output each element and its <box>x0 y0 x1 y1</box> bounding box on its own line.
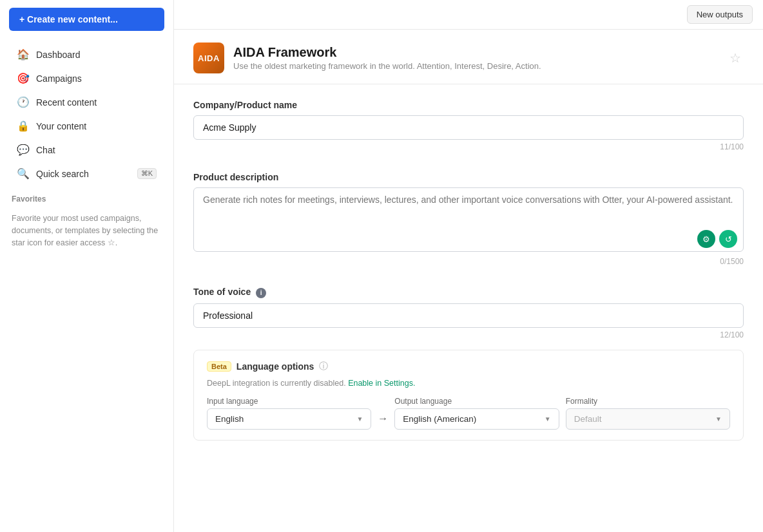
formality-label: Formality <box>566 397 730 406</box>
tone-input[interactable] <box>193 303 744 328</box>
output-language-col: Output language English (American) ▼ <box>394 397 559 430</box>
input-language-label: Input language <box>207 397 371 406</box>
deepl-settings-link[interactable]: Enable in Settings. <box>348 379 415 388</box>
sidebar-item-campaigns[interactable]: 🎯 Campaigns <box>5 67 168 90</box>
form-area: AIDA AIDA Framework Use the oldest marke… <box>174 30 763 532</box>
quick-search-shortcut: ⌘K <box>137 168 157 179</box>
sidebar: + Create new content... 🏠 Dashboard 🎯 Ca… <box>0 0 174 532</box>
main-area: New outputs AIDA AIDA Framework Use the … <box>174 0 763 532</box>
sidebar-item-label: Campaigns <box>36 73 82 84</box>
sidebar-item-label: Your content <box>36 121 86 131</box>
language-options-header: Beta Language options ⓘ <box>207 361 730 372</box>
company-char-count: 11/100 <box>193 142 744 151</box>
product-description-input[interactable] <box>193 187 744 252</box>
your-content-icon: 🔒 <box>17 120 30 132</box>
sidebar-item-label: Recent content <box>36 97 97 108</box>
textarea-ai-icons: ⚙ ↺ <box>697 230 737 248</box>
page-description: Use the oldest marketing framework in th… <box>233 61 541 71</box>
campaigns-icon: 🎯 <box>17 72 30 84</box>
sidebar-item-your-content[interactable]: 🔒 Your content <box>5 115 168 137</box>
language-info-icon[interactable]: ⓘ <box>319 361 328 372</box>
search-icon: 🔍 <box>17 167 30 180</box>
language-options-box: Beta Language options ⓘ DeepL integratio… <box>193 350 744 441</box>
page-title: AIDA Framework <box>233 45 541 60</box>
company-name-input[interactable] <box>193 115 744 140</box>
tone-char-count: 12/100 <box>193 330 744 339</box>
formality-col: Formality Default ▼ <box>566 397 730 430</box>
product-char-count: 0/1500 <box>193 257 744 266</box>
formality-chevron: ▼ <box>715 415 722 423</box>
new-outputs-button[interactable]: New outputs <box>687 5 753 24</box>
language-row: Input language English ▼ → Output langua… <box>207 397 730 430</box>
chat-icon: 💬 <box>17 144 30 156</box>
input-language-chevron: ▼ <box>356 415 363 423</box>
beta-badge: Beta <box>207 361 231 372</box>
product-description-label: Product description <box>193 172 744 182</box>
tone-field-section: Tone of voice i 12/100 <box>174 276 763 350</box>
output-language-label: Output language <box>394 397 559 406</box>
language-options-title: Language options <box>237 361 314 372</box>
sidebar-item-chat[interactable]: 💬 Chat <box>5 138 168 161</box>
favorite-star-button[interactable]: ☆ <box>727 48 744 68</box>
sidebar-item-recent-content[interactable]: 🕐 Recent content <box>5 91 168 113</box>
sidebar-item-dashboard[interactable]: 🏠 Dashboard <box>5 43 168 66</box>
sidebar-item-label: Dashboard <box>36 50 81 60</box>
input-language-select[interactable]: English ▼ <box>207 408 371 430</box>
formality-select[interactable]: Default ▼ <box>566 408 730 430</box>
ai-assist-icon-2[interactable]: ↺ <box>719 230 737 248</box>
favorites-description: Favorite your most used campaigns, docum… <box>0 207 173 254</box>
output-language-chevron: ▼ <box>545 415 551 423</box>
page-header: AIDA AIDA Framework Use the oldest marke… <box>174 30 763 84</box>
input-language-col: Input language English ▼ <box>207 397 371 430</box>
language-arrow: → <box>378 413 388 424</box>
tone-field-label: Tone of voice i <box>193 287 744 298</box>
sidebar-item-label: Chat <box>36 145 55 155</box>
deepl-notice: DeepL integration is currently disabled.… <box>207 379 730 388</box>
product-description-wrapper: ⚙ ↺ <box>193 187 744 254</box>
recent-content-icon: 🕐 <box>17 96 30 108</box>
ai-assist-icon-1[interactable]: ⚙ <box>697 230 715 248</box>
favorites-heading: Favorites <box>0 185 173 207</box>
output-language-select[interactable]: English (American) ▼ <box>394 408 559 430</box>
dashboard-icon: 🏠 <box>17 48 30 61</box>
sidebar-item-quick-search[interactable]: 🔍 Quick search ⌘K <box>5 162 168 185</box>
quick-search-label: Quick search <box>36 169 89 179</box>
top-bar: New outputs <box>174 0 763 30</box>
company-field-label: Company/Product name <box>193 100 744 110</box>
content-wrapper: AIDA AIDA Framework Use the oldest marke… <box>174 30 763 532</box>
product-description-section: Product description ⚙ ↺ 0/1500 <box>174 162 763 276</box>
header-divider <box>174 84 763 84</box>
company-field-section: Company/Product name 11/100 <box>174 90 763 162</box>
create-new-content-button[interactable]: + Create new content... <box>9 8 164 31</box>
tone-info-icon[interactable]: i <box>256 288 266 298</box>
aida-logo: AIDA <box>193 43 224 73</box>
